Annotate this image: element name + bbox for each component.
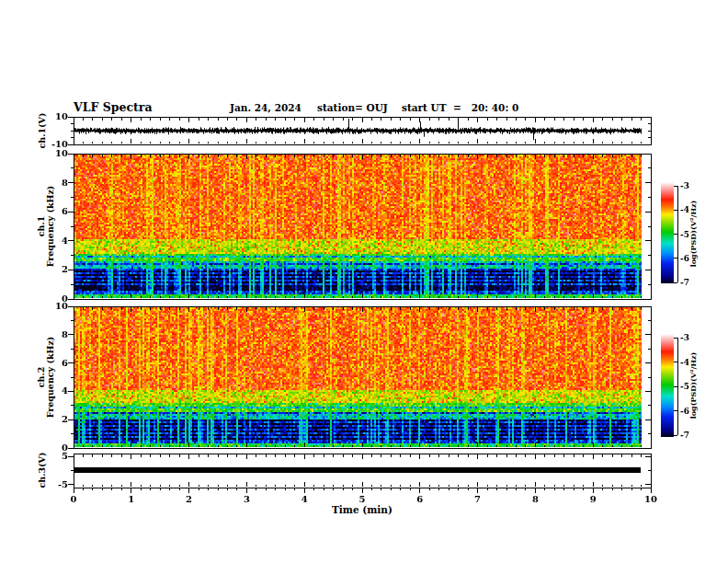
- date-label: Jan. 24, 2024: [230, 102, 301, 113]
- y-tick-label: -5: [40, 479, 68, 489]
- y-tick-label: 4: [40, 385, 68, 396]
- x-tick-label: 8: [521, 494, 549, 504]
- colorbar-tick-label: -6: [680, 407, 689, 416]
- station-label: station= OUJ: [317, 102, 388, 113]
- y-tick-label: 10: [40, 111, 68, 121]
- colorbar-tick-label: -4: [680, 358, 689, 367]
- colorbar-tick-label: -5: [680, 230, 689, 239]
- ch2-axis-title-line2: Frequency (kHz): [46, 337, 55, 419]
- x-tick-label: 4: [290, 494, 318, 504]
- x-tick-label: 6: [406, 494, 434, 504]
- ch1-waveform-canvas: [74, 118, 642, 144]
- colorbar-tick-label: -3: [680, 333, 689, 342]
- y-tick-label: 2: [40, 414, 68, 424]
- x-tick-label: 7: [464, 494, 492, 504]
- x-tick-label: 9: [579, 494, 607, 504]
- colorbar-tick-label: -7: [680, 278, 689, 287]
- y-tick-label: 4: [40, 236, 68, 246]
- x-tick-label: 0: [60, 494, 87, 504]
- y-tick-label: 10: [40, 301, 68, 311]
- ch1-spectrogram-canvas: [74, 155, 642, 298]
- page-title: VLF Spectra: [74, 100, 153, 114]
- x-tick-label: 2: [176, 494, 203, 504]
- y-tick-label: 5: [40, 451, 68, 461]
- colorbar-tick-label: -5: [680, 382, 689, 391]
- vlf-spectra-figure: VLF Spectra Jan. 24, 2024 station= OUJ s…: [0, 0, 728, 563]
- y-tick-label: 2: [40, 264, 68, 274]
- colorbar-tick-label: -4: [680, 205, 689, 214]
- ch1-frequency-axis-title: ch.1 Frequency (kHz): [37, 186, 55, 268]
- y-tick-label: 6: [40, 358, 68, 368]
- colorbar-ch2-unit-label: log(PSD)(V²/Hz): [688, 352, 698, 419]
- colorbar-tick-label: -6: [680, 254, 689, 263]
- time-axis-title: Time (min): [332, 504, 392, 515]
- ch1-axis-title-line2: Frequency (kHz): [46, 186, 55, 268]
- ch2-spectrogram-canvas: [74, 307, 642, 447]
- y-tick-label: 6: [40, 206, 68, 216]
- colorbar-tick-label: -7: [680, 431, 689, 440]
- x-tick-label: 10: [637, 494, 665, 504]
- colorbar-ch1: [661, 182, 674, 283]
- ch3-flat-trace: [74, 467, 641, 473]
- y-tick-label: 8: [40, 178, 68, 188]
- ch2-frequency-axis-title: ch.2 Frequency (kHz): [37, 337, 55, 419]
- x-tick-label: 5: [348, 494, 376, 504]
- x-tick-label: 3: [233, 494, 260, 504]
- x-tick-label: 1: [118, 494, 145, 504]
- start-ut-label: start UT = 20: 40: 0: [402, 102, 518, 113]
- colorbar-tick-label: -3: [680, 181, 689, 190]
- colorbar-ch1-unit-label: log(PSD)(V²/Hz): [688, 201, 698, 268]
- colorbar-ch2: [661, 334, 674, 437]
- y-tick-label: 8: [40, 329, 68, 339]
- y-tick-label: 10: [40, 148, 68, 158]
